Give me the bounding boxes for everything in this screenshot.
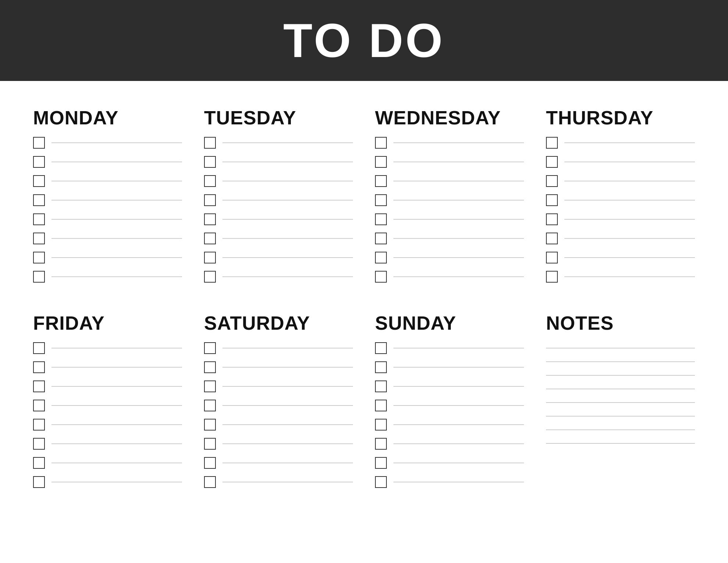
checkbox[interactable] <box>204 213 216 225</box>
checkbox[interactable] <box>375 137 387 149</box>
checkbox[interactable] <box>546 194 558 206</box>
checkbox[interactable] <box>33 457 45 469</box>
task-item <box>546 194 695 206</box>
task-item <box>33 252 182 263</box>
task-item <box>546 271 695 283</box>
task-item <box>375 175 524 187</box>
checkbox[interactable] <box>33 194 45 206</box>
checkbox[interactable] <box>204 252 216 263</box>
task-item <box>375 156 524 168</box>
checkbox[interactable] <box>375 213 387 225</box>
checkbox[interactable] <box>204 271 216 283</box>
task-line <box>393 424 524 425</box>
checkbox[interactable] <box>546 252 558 263</box>
friday-title: FRIDAY <box>33 312 182 334</box>
monday-task-list <box>33 137 182 290</box>
checkbox[interactable] <box>204 361 216 373</box>
task-line <box>222 405 353 406</box>
checkbox[interactable] <box>204 233 216 244</box>
checkbox[interactable] <box>375 476 387 488</box>
checkbox[interactable] <box>375 194 387 206</box>
monday-title: MONDAY <box>33 107 182 129</box>
task-item <box>375 476 524 488</box>
checkbox[interactable] <box>375 342 387 354</box>
checkbox[interactable] <box>204 400 216 411</box>
checkbox[interactable] <box>546 271 558 283</box>
task-item <box>33 342 182 354</box>
checkbox[interactable] <box>204 438 216 450</box>
task-item <box>204 342 353 354</box>
checkbox[interactable] <box>204 342 216 354</box>
checkbox[interactable] <box>33 271 45 283</box>
checkbox[interactable] <box>375 271 387 283</box>
checkbox[interactable] <box>375 380 387 392</box>
checkbox[interactable] <box>33 380 45 392</box>
checkbox[interactable] <box>375 175 387 187</box>
checkbox[interactable] <box>204 175 216 187</box>
notes-line <box>546 429 695 430</box>
checkbox[interactable] <box>204 156 216 168</box>
checkbox[interactable] <box>546 156 558 168</box>
task-line <box>222 348 353 348</box>
checkbox[interactable] <box>33 175 45 187</box>
task-line <box>393 200 524 201</box>
thursday-section: THURSDAY <box>546 107 695 290</box>
wednesday-section: WEDNESDAY <box>375 107 524 290</box>
task-line <box>222 463 353 463</box>
checkbox[interactable] <box>375 233 387 244</box>
task-line <box>564 257 695 258</box>
task-line <box>51 348 182 348</box>
checkbox[interactable] <box>33 252 45 263</box>
task-line <box>51 142 182 143</box>
task-item <box>204 213 353 225</box>
checkbox[interactable] <box>375 438 387 450</box>
task-line <box>393 463 524 463</box>
task-line <box>393 405 524 406</box>
checkbox[interactable] <box>204 419 216 431</box>
thursday-task-list <box>546 137 695 290</box>
task-item <box>375 137 524 149</box>
checkbox[interactable] <box>33 438 45 450</box>
saturday-section: SATURDAY <box>204 312 353 495</box>
task-item <box>375 361 524 373</box>
checkbox[interactable] <box>375 419 387 431</box>
task-line <box>51 219 182 220</box>
task-line <box>393 443 524 444</box>
bottom-days-row: FRIDAY SATURDAY SUNDAY <box>0 312 728 514</box>
task-line <box>564 181 695 181</box>
task-item <box>33 380 182 392</box>
checkbox[interactable] <box>546 175 558 187</box>
checkbox[interactable] <box>375 252 387 263</box>
checkbox[interactable] <box>33 361 45 373</box>
checkbox[interactable] <box>33 400 45 411</box>
checkbox[interactable] <box>33 476 45 488</box>
task-item <box>375 342 524 354</box>
checkbox[interactable] <box>375 156 387 168</box>
task-line <box>51 257 182 258</box>
task-line <box>393 348 524 348</box>
checkbox[interactable] <box>375 400 387 411</box>
checkbox[interactable] <box>33 233 45 244</box>
checkbox[interactable] <box>33 213 45 225</box>
checkbox[interactable] <box>204 194 216 206</box>
task-line <box>51 405 182 406</box>
checkbox[interactable] <box>33 156 45 168</box>
task-line <box>51 200 182 201</box>
checkbox[interactable] <box>33 137 45 149</box>
checkbox[interactable] <box>204 457 216 469</box>
checkbox[interactable] <box>33 342 45 354</box>
checkbox[interactable] <box>204 380 216 392</box>
task-item <box>33 175 182 187</box>
checkbox[interactable] <box>204 476 216 488</box>
checkbox[interactable] <box>546 213 558 225</box>
checkbox[interactable] <box>375 457 387 469</box>
task-line <box>51 463 182 463</box>
checkbox[interactable] <box>33 419 45 431</box>
checkbox[interactable] <box>546 233 558 244</box>
checkbox[interactable] <box>546 137 558 149</box>
monday-section: MONDAY <box>33 107 182 290</box>
checkbox[interactable] <box>204 137 216 149</box>
task-line <box>222 443 353 444</box>
task-item <box>204 233 353 244</box>
checkbox[interactable] <box>375 361 387 373</box>
